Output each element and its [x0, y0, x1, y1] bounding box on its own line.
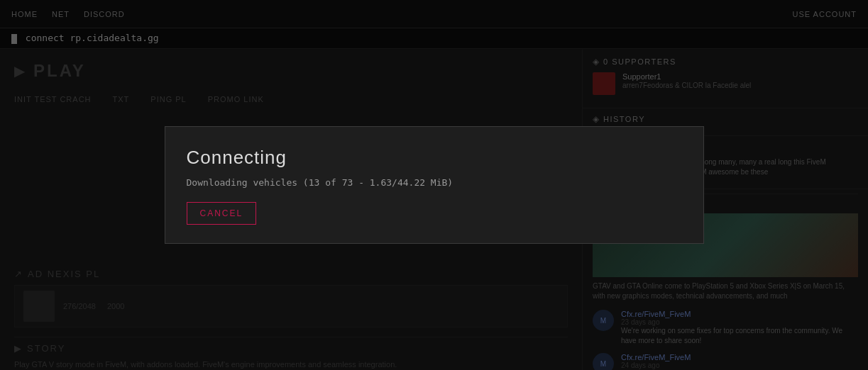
cancel-button[interactable]: CANCEL: [187, 202, 257, 225]
connecting-modal: Connecting Downloading vehicles (13 of 7…: [165, 126, 704, 244]
modal-title: Connecting: [187, 147, 682, 169]
modal-overlay: Connecting Downloading vehicles (13 of 7…: [0, 0, 868, 370]
modal-progress-text: Downloading vehicles (13 of 73 - 1.63/44…: [187, 177, 682, 188]
